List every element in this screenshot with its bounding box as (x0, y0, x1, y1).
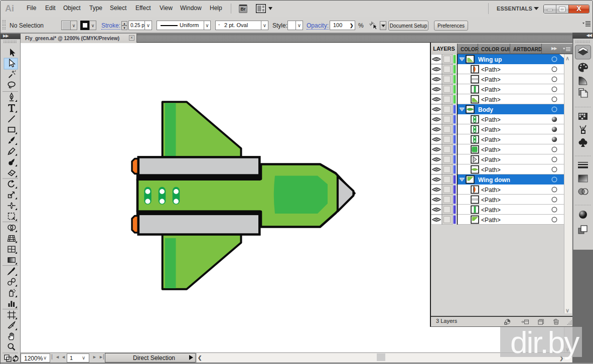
svg-text:Wing up: Wing up (478, 56, 502, 63)
svg-text:<Path>: <Path> (481, 76, 501, 83)
svg-text:Body: Body (478, 106, 493, 113)
svg-text:<Path>: <Path> (481, 126, 501, 133)
svg-text:<Path>: <Path> (481, 197, 501, 204)
svg-text:<Path>: <Path> (481, 146, 501, 153)
svg-text:<Path>: <Path> (481, 86, 501, 93)
svg-text:<Path>: <Path> (481, 217, 501, 224)
svg-text:<Path>: <Path> (481, 156, 501, 163)
svg-text:<Path>: <Path> (481, 116, 501, 123)
svg-text:<Path>: <Path> (481, 136, 501, 143)
svg-text:<Path>: <Path> (481, 96, 501, 103)
svg-text:Wing down: Wing down (478, 176, 510, 184)
svg-text:<Path>: <Path> (481, 187, 501, 194)
svg-text:<Path>: <Path> (481, 207, 501, 214)
svg-text:<Path>: <Path> (481, 166, 501, 173)
svg-text:<Path>: <Path> (481, 66, 501, 73)
